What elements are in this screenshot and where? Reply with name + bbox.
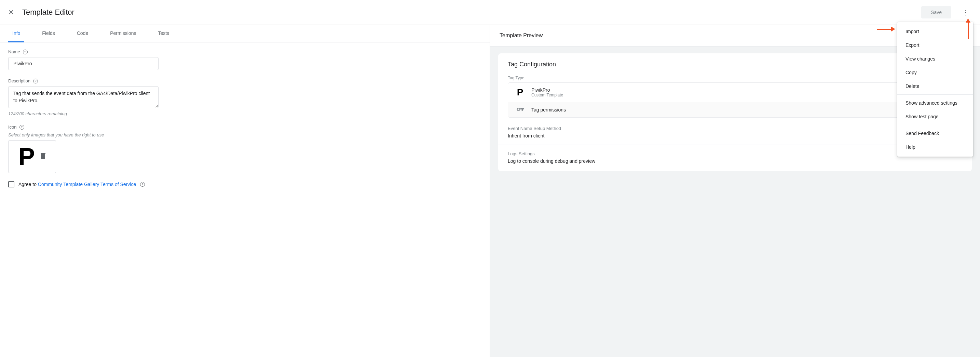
menu-export[interactable]: Export: [897, 38, 973, 52]
icon-preview: P: [8, 140, 56, 173]
tag-permissions-row[interactable]: Tag permissions: [508, 102, 962, 117]
menu-copy[interactable]: Copy: [897, 66, 973, 79]
icon-helper: Select only images that you have the rig…: [8, 132, 482, 137]
tag-type-row[interactable]: P PiwikPro Custom Template: [508, 83, 962, 102]
terms-link[interactable]: Community Template Gallery Terms of Serv…: [38, 182, 136, 187]
agree-prefix: Agree to: [19, 182, 38, 187]
permissions-label: Tag permissions: [531, 107, 566, 113]
agree-checkbox[interactable]: [8, 181, 14, 187]
close-icon[interactable]: ✕: [8, 8, 14, 16]
icon-label: Icon ?: [8, 124, 482, 130]
tab-code[interactable]: Code: [73, 25, 92, 42]
key-icon: [514, 107, 526, 113]
help-icon[interactable]: ?: [19, 125, 24, 130]
help-icon[interactable]: ?: [140, 182, 145, 187]
header: ✕ Template Editor Save ⋮: [0, 0, 980, 25]
tab-fields[interactable]: Fields: [38, 25, 59, 42]
save-button[interactable]: Save: [921, 6, 951, 19]
tab-info[interactable]: Info: [8, 25, 24, 42]
menu-import[interactable]: Import: [897, 25, 973, 38]
event-method-value: Inherit from client: [508, 133, 962, 139]
name-input[interactable]: [8, 57, 159, 70]
menu-show-advanced[interactable]: Show advanced settings: [897, 96, 973, 110]
tab-tests[interactable]: Tests: [154, 25, 173, 42]
tag-name: PiwikPro: [531, 87, 563, 92]
tab-permissions[interactable]: Permissions: [106, 25, 140, 42]
annotation-arrow-more: [966, 19, 970, 39]
logs-value: Log to console during debug and preview: [508, 158, 962, 164]
char-remaining: 124/200 characters remaining: [8, 111, 482, 116]
tag-subtitle: Custom Template: [531, 92, 563, 97]
description-label: Description ?: [8, 78, 482, 83]
help-icon[interactable]: ?: [33, 79, 38, 83]
help-icon[interactable]: ?: [23, 49, 28, 54]
editor-panel: Info Fields Code Permissions Tests Name …: [0, 25, 490, 357]
delete-icon-button[interactable]: [40, 153, 46, 161]
menu-help[interactable]: Help: [897, 140, 973, 154]
more-menu-icon[interactable]: ⋮: [959, 8, 972, 16]
tag-logo: P: [514, 87, 526, 98]
tag-type-label: Tag Type: [508, 76, 962, 80]
menu-show-test[interactable]: Show test page: [897, 110, 973, 123]
template-logo: P: [19, 144, 35, 169]
preview-card-title: Tag Configuration: [508, 61, 962, 68]
menu-view-changes[interactable]: View changes: [897, 52, 973, 66]
more-menu: Import Export View changes Copy Delete S…: [897, 22, 973, 156]
agree-row: Agree to Community Template Gallery Term…: [8, 181, 482, 187]
page-title: Template Editor: [22, 8, 75, 17]
annotation-arrow-import: [877, 27, 895, 32]
menu-send-feedback[interactable]: Send Feedback: [897, 126, 973, 140]
description-input[interactable]: Tag that sends the event data from the G…: [8, 86, 159, 108]
event-method-label: Event Name Setup Method: [508, 126, 962, 131]
tabs: Info Fields Code Permissions Tests: [0, 25, 490, 42]
logs-label: Logs Settings: [508, 151, 962, 156]
name-label: Name ?: [8, 49, 482, 54]
menu-delete[interactable]: Delete: [897, 79, 973, 93]
